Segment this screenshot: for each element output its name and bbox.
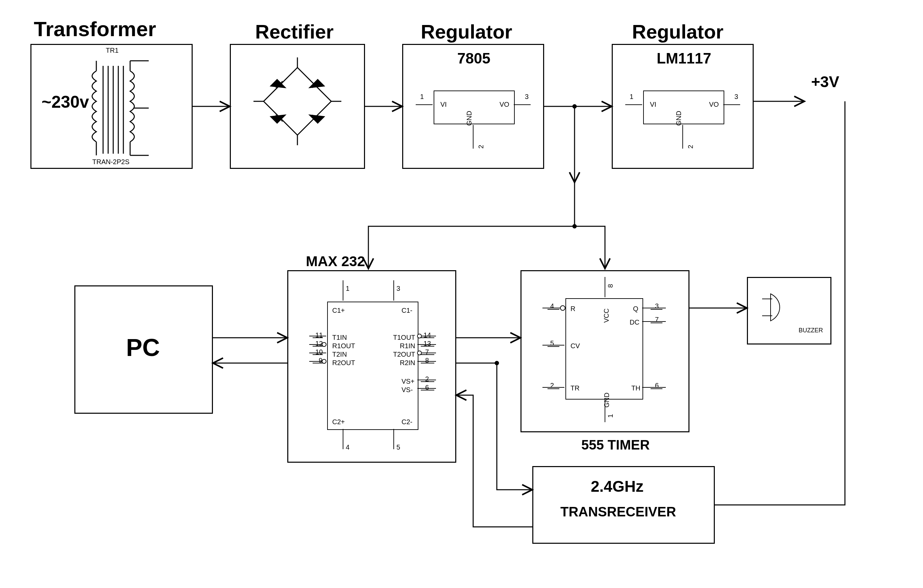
v3-label: +3V [811, 73, 839, 91]
tmr-r: R [570, 305, 575, 313]
max-p12: 12 [315, 340, 323, 347]
buzzer-label: BUZZER [799, 327, 823, 334]
max-r2out: R2OUT [332, 359, 355, 367]
max-t1in: T1IN [332, 334, 347, 341]
transformer-ref: TR1 [106, 47, 118, 54]
tmr-p5: 5 [550, 339, 554, 347]
buzzer-block: BUZZER [747, 277, 831, 344]
pc-block: PC [74, 285, 213, 414]
transformer-voltage: ~230v [41, 92, 89, 112]
max-r1in: R1IN [400, 342, 416, 350]
tmr-p4: 4 [550, 302, 554, 310]
max-p8: 8 [425, 357, 429, 364]
max-p4: 4 [346, 444, 350, 451]
max-t2in: T2IN [332, 351, 347, 358]
tmr-vcc: VCC [603, 308, 610, 323]
lm1117-gnd: GND [675, 111, 683, 126]
max-r1out: R1OUT [332, 342, 355, 350]
tmr-th: TH [631, 384, 641, 392]
tmr-tr: TR [570, 384, 580, 392]
tmr-dc: DC [630, 318, 639, 326]
timer-555-title: 555 TIMER [581, 437, 650, 452]
tmr-gnd: GND [603, 393, 611, 407]
max-p6: 6 [425, 384, 429, 391]
transreceiver-label: TRANSRECEIVER [560, 504, 676, 519]
reg7805-p1: 1 [420, 93, 424, 101]
max-t2out: T2OUT [393, 351, 416, 358]
transceiver-block: 2.4GHz TRANSRECEIVER [532, 466, 715, 544]
max232-title: MAX 232 [306, 253, 365, 270]
max-p3: 3 [396, 285, 400, 293]
tmr-cv: CV [570, 342, 580, 350]
lm1117-p3: 3 [734, 93, 738, 101]
rectifier-title: Rectifier [255, 20, 333, 43]
lm1117-p2: 2 [687, 145, 695, 149]
lm1117-p1: 1 [630, 93, 633, 101]
max-c1m: C1- [401, 307, 412, 314]
max-p10: 10 [315, 348, 323, 356]
regulator1-title: Regulator [421, 20, 512, 43]
svg-point-76 [573, 105, 576, 108]
max-p9: 9 [319, 357, 322, 364]
svg-point-77 [573, 224, 576, 228]
lm1117-name: LM1117 [657, 50, 711, 67]
tmr-p6: 6 [655, 382, 659, 390]
circuit-block-diagram: Transformer TR1 ~230v TRAN-2P2S Rectifie… [0, 0, 923, 588]
regulator-7805-block: 7805 VI VO GND 1 3 2 [402, 44, 544, 169]
max-p1: 1 [346, 285, 350, 293]
max-p2: 2 [425, 375, 429, 383]
transformer-title: Transformer [34, 17, 156, 41]
reg7805-vo: VO [499, 101, 509, 108]
tmr-p2: 2 [550, 382, 554, 390]
transformer-block: TR1 ~230v TRAN-2P2S [30, 44, 193, 169]
max-vsm: VS- [401, 386, 413, 394]
timer-555-block: R VCC Q DC CV TR GND TH 4 5 2 8 1 3 7 6 [521, 270, 690, 432]
reg7805-name: 7805 [457, 50, 490, 67]
tmr-p3: 3 [655, 302, 659, 310]
svg-point-82 [495, 361, 499, 365]
rectifier-block [230, 44, 365, 169]
max-p14: 14 [424, 331, 431, 339]
max-c2p: C2+ [332, 418, 345, 426]
regulator2-title: Regulator [632, 20, 724, 43]
max232-block: C1+ C1- T1IN R1OUT T2IN R2OUT T1OUT R1IN… [287, 270, 456, 463]
ghz-label: 2.4GHz [591, 477, 644, 495]
pc-label: PC [126, 334, 160, 361]
tmr-p7: 7 [655, 316, 659, 324]
max-p11: 11 [315, 331, 323, 339]
max-p5: 5 [396, 444, 400, 451]
tmr-q: Q [633, 305, 639, 313]
max-p13: 13 [424, 340, 431, 347]
tmr-p8: 8 [607, 284, 614, 288]
max-p7: 7 [425, 348, 429, 356]
reg7805-p2: 2 [477, 145, 485, 149]
max-t1out: T1OUT [393, 334, 416, 341]
tmr-p1: 1 [607, 414, 614, 418]
reg7805-vi: VI [440, 101, 447, 108]
regulator-lm1117-block: LM1117 VI VO GND 1 3 2 [612, 44, 754, 169]
reg7805-gnd: GND [465, 111, 473, 126]
transformer-part: TRAN-2P2S [92, 158, 130, 166]
lm1117-vi: VI [650, 101, 656, 108]
lm1117-vo: VO [709, 101, 719, 108]
max-c1p: C1+ [332, 307, 345, 314]
max-vsp: VS+ [401, 378, 414, 385]
reg7805-p3: 3 [525, 93, 529, 101]
max-c2m: C2- [401, 418, 412, 426]
max-r2in: R2IN [400, 359, 416, 367]
